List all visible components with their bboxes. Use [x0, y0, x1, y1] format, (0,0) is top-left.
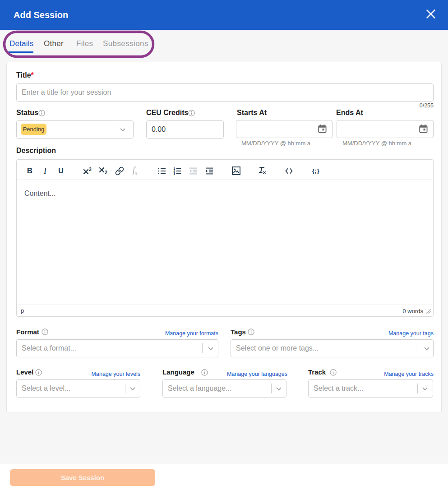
svg-text:2: 2: [105, 170, 107, 175]
svg-text:2: 2: [89, 167, 92, 172]
svg-text:3: 3: [174, 171, 176, 175]
